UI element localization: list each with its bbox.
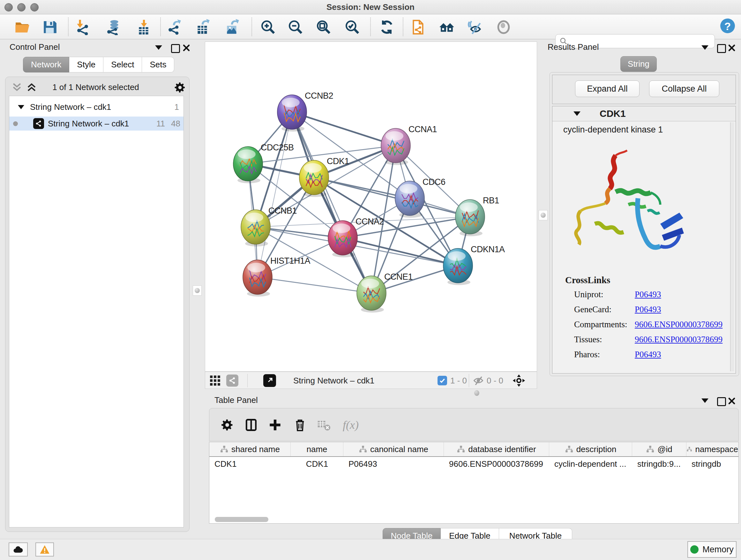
column-header-shared-name[interactable]: shared name	[209, 442, 291, 456]
network-edge-HIST1H1A-CCNE1[interactable]	[258, 277, 372, 293]
crosslink-tissues-link[interactable]: 9606.ENSP00000378699	[635, 334, 723, 345]
import-database-icon[interactable]	[105, 18, 123, 36]
network-edge-CDK1-RB1[interactable]	[314, 178, 470, 217]
import-table-icon[interactable]	[135, 18, 152, 36]
network-edge-CCNB2-CCNE1[interactable]	[292, 112, 372, 293]
tab-select[interactable]: Select	[104, 57, 142, 72]
zoom-in-icon[interactable]	[259, 18, 277, 36]
network-tree-root-row[interactable]: String Network – cdk1 1	[9, 100, 184, 114]
cell-canonical-name[interactable]: P06493	[343, 457, 444, 471]
cell-namespace[interactable]: stringdb	[686, 457, 738, 471]
footer-separator	[469, 374, 469, 387]
grid-view-icon[interactable]	[209, 374, 221, 387]
tree-expand-caret[interactable]	[18, 105, 24, 109]
table-gear-icon[interactable]	[219, 417, 235, 433]
delete-table-icon	[315, 417, 332, 433]
column-type-icon	[565, 445, 573, 453]
string-import-icon[interactable]	[409, 18, 427, 36]
show-panel-eye-icon[interactable]	[495, 18, 513, 36]
control-panel-close-button[interactable]	[183, 44, 190, 52]
toolbar-separator	[403, 17, 403, 36]
table-panel-float-button[interactable]	[717, 397, 726, 406]
zoom-fit-icon[interactable]	[315, 18, 333, 36]
expand-all-button[interactable]: Expand All	[575, 80, 639, 97]
tab-sets[interactable]: Sets	[142, 57, 174, 72]
fit-selection-crosshair-icon[interactable]	[512, 374, 526, 387]
control-panel-float-button[interactable]	[171, 44, 180, 53]
memory-button[interactable]: Memory	[687, 541, 737, 558]
tab-style[interactable]: Style	[69, 57, 104, 72]
open-session-icon[interactable]	[13, 18, 31, 36]
zoom-out-icon[interactable]	[286, 18, 305, 36]
crosslink-uniprot-link[interactable]: P06493	[635, 290, 661, 300]
hide-panels-eye-icon[interactable]	[466, 18, 484, 36]
column-header-description[interactable]: description	[549, 442, 632, 456]
node-table: shared name name canonical name database…	[209, 442, 739, 523]
select-columns-icon[interactable]	[243, 417, 259, 433]
tab-string[interactable]: String	[620, 56, 657, 72]
results-panel-float-button[interactable]	[717, 44, 726, 53]
crosslink-compartments-link[interactable]: 9606.ENSP00000378699	[635, 320, 723, 329]
gene-section: CDK1 cyclin-dependent kinase 1 CrossLink…	[552, 106, 736, 374]
network-edge-CCNB2-CCNA1[interactable]	[292, 112, 396, 145]
save-session-icon[interactable]	[41, 18, 59, 36]
table-row[interactable]: CDK1 CDK1 P06493 9606.ENSP00000378699 cy…	[209, 457, 738, 471]
node-label-CDC25B: CDC25B	[261, 143, 294, 152]
node-highlight	[460, 202, 478, 212]
collapse-all-networks-icon[interactable]	[11, 82, 22, 93]
table-panel-menu-button[interactable]	[701, 398, 709, 403]
network-canvas[interactable]: CCNB2CCNA1CDC25BCDK1CDC6RB1CCNB1CCNA2CDK…	[205, 42, 537, 372]
right-splitter-handle[interactable]	[539, 210, 548, 220]
export-table-icon[interactable]	[194, 18, 212, 36]
cell-name[interactable]: CDK1	[291, 457, 343, 471]
network-view-toolbar: String Network – cdk1 1 - 0 0 - 0	[205, 372, 537, 389]
results-panel-close-button[interactable]	[728, 44, 736, 52]
gene-section-header[interactable]: CDK1	[552, 106, 736, 121]
current-network-name: String Network – cdk1	[293, 374, 374, 387]
crosslink-genecard-link[interactable]: P06493	[635, 305, 661, 314]
horizontal-splitter-handle[interactable]	[474, 390, 479, 396]
left-splitter-handle[interactable]	[193, 286, 202, 296]
gene-symbol: CDK1	[600, 108, 626, 119]
add-column-icon[interactable]	[267, 417, 283, 433]
column-header-database-identifier[interactable]: database identifier	[444, 442, 549, 456]
zoom-selected-icon[interactable]	[343, 18, 361, 36]
column-header-canonical-name[interactable]: canonical name	[343, 442, 444, 456]
crosslink-pharos-link[interactable]: P06493	[635, 350, 661, 360]
network-graph[interactable]: CCNB2CCNA1CDC25BCDK1CDC6RB1CCNB1CCNA2CDK…	[205, 42, 537, 371]
cell-id[interactable]: stringdb:9...	[632, 457, 686, 471]
import-network-icon[interactable]	[74, 18, 92, 36]
node-highlight	[400, 184, 417, 193]
cell-shared-name[interactable]: CDK1	[209, 457, 291, 471]
function-builder-icon: f(x)	[336, 417, 365, 433]
selected-checkbox-icon[interactable]	[437, 374, 447, 387]
refresh-layout-icon[interactable]	[378, 18, 396, 36]
warnings-button[interactable]	[36, 543, 54, 557]
column-header-name[interactable]: name	[291, 442, 343, 456]
column-header-namespace[interactable]: namespace	[686, 442, 738, 456]
network-status-dot	[13, 121, 18, 126]
cell-database-identifier[interactable]: 9606.ENSP00000378699	[444, 457, 549, 471]
delete-column-icon[interactable]	[292, 417, 308, 433]
network-tree-selected-row[interactable]: String Network – cdk1 11 48	[9, 117, 184, 131]
collapse-all-button[interactable]: Collapse All	[649, 80, 719, 97]
expand-all-networks-icon[interactable]	[26, 82, 37, 93]
home-icon[interactable]	[438, 18, 456, 36]
column-header-id[interactable]: @id	[632, 442, 686, 456]
export-network-icon[interactable]	[165, 18, 183, 36]
results-scrollbar[interactable]	[730, 122, 734, 371]
tab-network[interactable]: Network	[23, 57, 69, 72]
table-horizontal-scrollbar[interactable]	[215, 517, 268, 522]
gene-collapse-caret[interactable]	[574, 111, 581, 116]
network-panel-gear-icon[interactable]	[174, 81, 186, 95]
footer-separator	[247, 374, 248, 387]
export-image-icon[interactable]	[223, 18, 241, 36]
help-icon[interactable]: ?	[719, 17, 737, 35]
network-share-view-icon[interactable]	[226, 374, 239, 387]
control-panel-menu-button[interactable]	[155, 45, 162, 50]
cloud-button[interactable]	[9, 543, 28, 557]
detach-view-icon[interactable]	[263, 374, 276, 387]
results-panel-menu-button[interactable]	[701, 45, 709, 50]
table-panel-close-button[interactable]	[728, 397, 736, 405]
cell-description[interactable]: cyclin-dependent ...	[549, 457, 632, 471]
